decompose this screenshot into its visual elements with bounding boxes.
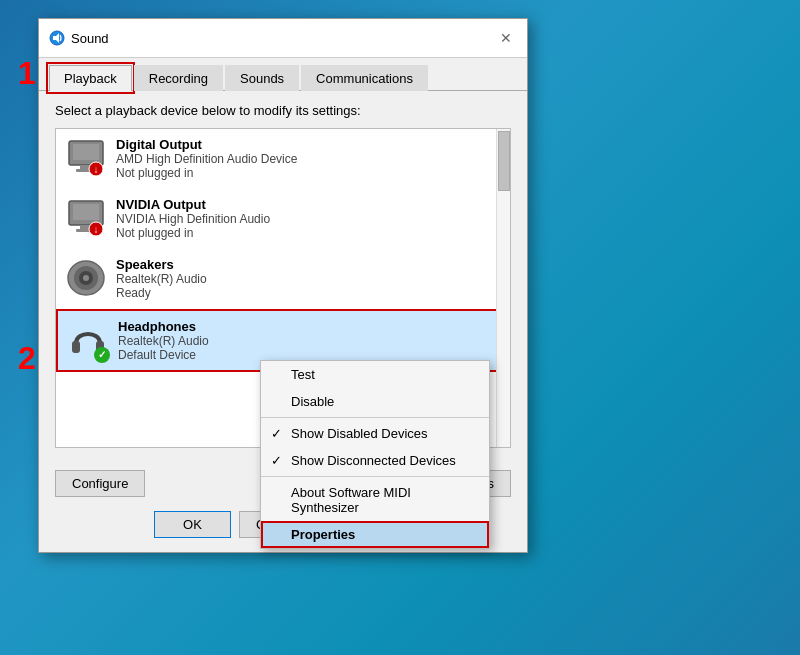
context-menu-item-properties-label: Properties — [291, 527, 355, 542]
context-menu-item-show-disconnected-label: Show Disconnected Devices — [291, 453, 456, 468]
device-sub-headphones: Realtek(R) Audio — [118, 334, 498, 348]
device-icon-digital-output: ↓ — [66, 139, 106, 179]
close-button[interactable]: ✕ — [495, 27, 517, 49]
context-menu-item-disable[interactable]: Disable — [261, 388, 489, 415]
title-bar-left: Sound — [49, 30, 109, 46]
svg-rect-18 — [72, 341, 80, 353]
context-menu-separator-2 — [261, 476, 489, 477]
device-status-nvidia-output: Not plugged in — [116, 226, 500, 240]
tab-communications[interactable]: Communications — [301, 65, 428, 91]
device-info-nvidia-output: NVIDIA Output NVIDIA High Definition Aud… — [116, 197, 500, 240]
svg-text:↓: ↓ — [94, 224, 99, 235]
step-label-1: 1 — [18, 55, 36, 92]
device-item-speakers[interactable]: Speakers Realtek(R) Audio Ready — [56, 249, 510, 309]
device-icon-headphones: ✓ — [68, 321, 108, 361]
device-name-headphones: Headphones — [118, 319, 498, 334]
device-status-speakers: Ready — [116, 286, 500, 300]
context-menu-item-properties[interactable]: Properties — [261, 521, 489, 548]
context-menu-item-about-midi[interactable]: About Software MIDI Synthesizer — [261, 479, 489, 521]
scrollbar-thumb[interactable] — [498, 131, 510, 191]
ok-button[interactable]: OK — [154, 511, 231, 538]
context-menu-separator-1 — [261, 417, 489, 418]
device-name-digital-output: Digital Output — [116, 137, 500, 152]
tab-recording[interactable]: Recording — [134, 65, 223, 91]
device-item-digital-output[interactable]: ↓ Digital Output AMD High Definition Aud… — [56, 129, 510, 189]
tab-bar: Playback Recording Sounds Communications — [39, 58, 527, 91]
context-menu-item-about-midi-label: About Software MIDI Synthesizer — [291, 485, 411, 515]
device-sub-nvidia-output: NVIDIA High Definition Audio — [116, 212, 500, 226]
device-status-digital-output: Not plugged in — [116, 166, 500, 180]
device-info-speakers: Speakers Realtek(R) Audio Ready — [116, 257, 500, 300]
tab-sounds[interactable]: Sounds — [225, 65, 299, 91]
step-label-2: 2 — [18, 340, 36, 377]
svg-rect-3 — [73, 144, 99, 160]
device-sub-digital-output: AMD High Definition Audio Device — [116, 152, 500, 166]
svg-rect-9 — [73, 204, 99, 220]
checkmark-disconnected: ✓ — [271, 453, 282, 468]
device-sub-speakers: Realtek(R) Audio — [116, 272, 500, 286]
svg-point-17 — [83, 275, 89, 281]
dialog-title: Sound — [71, 31, 109, 46]
description-text: Select a playback device below to modify… — [55, 103, 511, 118]
device-item-nvidia-output[interactable]: ↓ NVIDIA Output NVIDIA High Definition A… — [56, 189, 510, 249]
context-menu-item-test-label: Test — [291, 367, 315, 382]
title-bar: Sound ✕ — [39, 19, 527, 58]
tab-playback[interactable]: Playback — [49, 65, 132, 91]
context-menu-item-disable-label: Disable — [291, 394, 334, 409]
svg-text:↓: ↓ — [94, 164, 99, 175]
device-name-speakers: Speakers — [116, 257, 500, 272]
sound-icon — [49, 30, 65, 46]
green-check-icon: ✓ — [94, 347, 110, 363]
context-menu-item-test[interactable]: Test — [261, 361, 489, 388]
context-menu-item-show-disabled-label: Show Disabled Devices — [291, 426, 428, 441]
context-menu-item-show-disconnected[interactable]: ✓ Show Disconnected Devices — [261, 447, 489, 474]
context-menu: Test Disable ✓ Show Disabled Devices ✓ S… — [260, 360, 490, 549]
device-info-digital-output: Digital Output AMD High Definition Audio… — [116, 137, 500, 180]
checkmark-disabled: ✓ — [271, 426, 282, 441]
scrollbar[interactable] — [496, 129, 510, 447]
configure-button[interactable]: Configure — [55, 470, 145, 497]
device-icon-nvidia-output: ↓ — [66, 199, 106, 239]
context-menu-item-show-disabled[interactable]: ✓ Show Disabled Devices — [261, 420, 489, 447]
device-name-nvidia-output: NVIDIA Output — [116, 197, 500, 212]
device-icon-speakers — [66, 259, 106, 299]
device-info-headphones: Headphones Realtek(R) Audio Default Devi… — [118, 319, 498, 362]
